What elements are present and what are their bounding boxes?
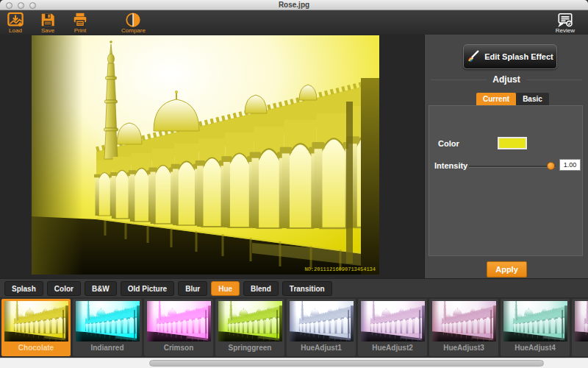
adjust-section-header: Adjust bbox=[431, 74, 582, 85]
load-image-icon bbox=[7, 12, 24, 28]
adjust-title: Adjust bbox=[492, 74, 520, 85]
thumbnail-image bbox=[76, 301, 140, 342]
color-swatch[interactable] bbox=[498, 137, 527, 149]
compare-button[interactable]: Compare bbox=[121, 12, 146, 34]
edit-splash-effect-label: Edit Splash Effect bbox=[484, 52, 553, 61]
title-bar: Rose.jpg bbox=[0, 0, 588, 10]
effect-tab-strip: Splash Color B&W Old Picture Blur Hue Bl… bbox=[0, 278, 588, 297]
review-notes-icon bbox=[556, 12, 574, 28]
tab-old-picture[interactable]: Old Picture bbox=[121, 281, 174, 296]
review-button[interactable]: Review bbox=[556, 12, 575, 34]
thumbnail-image bbox=[361, 301, 425, 342]
save-floppy-icon bbox=[39, 12, 57, 28]
divider bbox=[431, 79, 487, 80]
tab-blur[interactable]: Blur bbox=[178, 281, 207, 296]
thumbnail-hueadjust3[interactable]: HueAdjust3 bbox=[429, 299, 498, 356]
app-window: Rose.jpg Load bbox=[0, 0, 588, 368]
save-button[interactable]: Save bbox=[39, 12, 57, 34]
window-title: Rose.jpg bbox=[0, 1, 588, 9]
apply-button[interactable]: Apply bbox=[487, 261, 527, 277]
print-label: Print bbox=[74, 27, 86, 34]
intensity-label: Intensity bbox=[434, 161, 467, 170]
print-printer-icon bbox=[71, 12, 89, 28]
color-label: Color bbox=[438, 139, 459, 148]
thumbnail-hueadjust4[interactable]: HueAdjust4 bbox=[501, 299, 570, 356]
tab-blend[interactable]: Blend bbox=[243, 281, 279, 296]
print-button[interactable]: Print bbox=[71, 12, 89, 34]
thumbnail-springgreen[interactable]: Springgreen bbox=[215, 299, 284, 356]
mosque-photo bbox=[32, 35, 379, 275]
thumbnail-hueadjust2[interactable]: HueAdjust2 bbox=[358, 299, 427, 356]
load-button[interactable]: Load bbox=[7, 12, 24, 34]
thumbnail-partial[interactable] bbox=[572, 299, 588, 356]
scrollbar-thumb[interactable] bbox=[149, 360, 544, 367]
current-tab-content: Color Intensity bbox=[429, 105, 583, 256]
thumbnail-image bbox=[575, 301, 588, 342]
thumbnail-image bbox=[4, 301, 68, 342]
photo-watermark: NO:20111216090713454134 bbox=[304, 266, 376, 272]
toolbar: Load Save bbox=[0, 10, 588, 35]
tab-bw[interactable]: B&W bbox=[85, 281, 117, 296]
tab-splash[interactable]: Splash bbox=[4, 281, 43, 296]
tab-color[interactable]: Color bbox=[47, 281, 81, 296]
horizontal-scrollbar[interactable] bbox=[0, 358, 588, 368]
thumbnail-image bbox=[218, 301, 282, 342]
thumbnail-image bbox=[503, 301, 567, 342]
thumbnail-hueadjust1[interactable]: HueAdjust1 bbox=[287, 299, 356, 356]
intensity-slider-knob[interactable] bbox=[547, 162, 555, 170]
tab-transition[interactable]: Transition bbox=[282, 281, 332, 296]
image-viewer: NO:20111216090713454134 bbox=[0, 35, 425, 278]
main-area: NO:20111216090713454134 Edit Splash Effe… bbox=[0, 35, 588, 278]
review-label: Review bbox=[556, 27, 575, 34]
tab-basic[interactable]: Basic bbox=[516, 93, 549, 105]
intensity-value-field[interactable] bbox=[559, 159, 581, 171]
preset-thumbnail-strip: Chocolate Indianred Crimson Springgreen … bbox=[0, 297, 588, 358]
load-label: Load bbox=[9, 27, 22, 34]
photo-canvas: NO:20111216090713454134 bbox=[32, 35, 379, 275]
compare-half-circle-icon bbox=[124, 12, 142, 28]
paintbrush-icon bbox=[467, 49, 480, 64]
thumbnail-image bbox=[290, 301, 354, 342]
thumbnail-chocolate[interactable]: Chocolate bbox=[1, 299, 71, 356]
thumbnail-crimson[interactable]: Crimson bbox=[144, 299, 213, 356]
thumbnail-indianred[interactable]: Indianred bbox=[73, 299, 142, 356]
panel-tabs: Current Basic bbox=[476, 93, 549, 105]
adjust-panel: Edit Splash Effect Adjust Current Basic … bbox=[425, 35, 588, 278]
edit-splash-effect-button[interactable]: Edit Splash Effect bbox=[463, 44, 557, 69]
compare-label: Compare bbox=[121, 27, 146, 34]
divider bbox=[526, 79, 582, 80]
thumbnail-image bbox=[147, 301, 211, 342]
thumbnail-image bbox=[432, 301, 496, 342]
save-label: Save bbox=[41, 27, 54, 34]
tab-current[interactable]: Current bbox=[476, 93, 516, 105]
intensity-slider-track[interactable] bbox=[469, 166, 556, 168]
tab-hue[interactable]: Hue bbox=[211, 281, 240, 296]
